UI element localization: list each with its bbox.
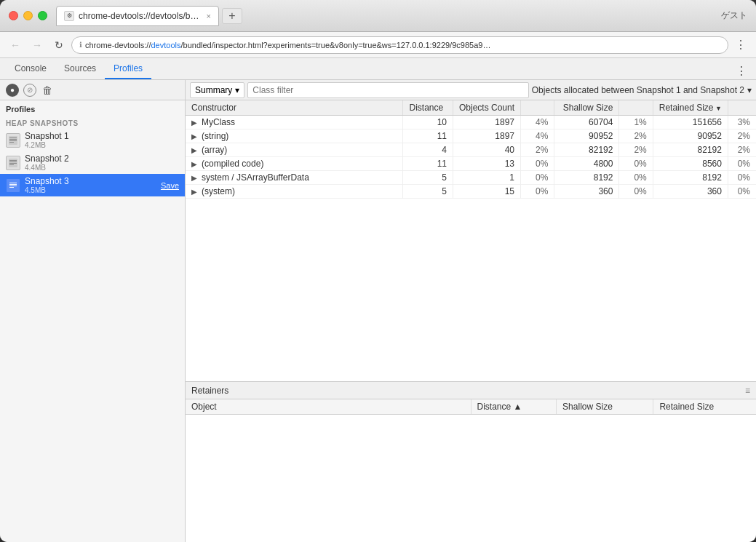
expand-arrow-icon[interactable]: ▶ (191, 146, 199, 154)
retainers-menu-icon[interactable]: ≡ (745, 386, 750, 396)
forward-button[interactable]: → (28, 36, 47, 55)
cell-objects-pct: 0% (521, 185, 554, 199)
cell-objects-count: 1 (453, 171, 521, 185)
tab-more-button[interactable]: ⋮ (733, 62, 750, 79)
expand-arrow-icon[interactable]: ▶ (191, 160, 199, 168)
snapshot-size-3: 4.5MB (25, 186, 156, 194)
cell-constructor: ▶ (compiled code) (186, 157, 403, 171)
table-row[interactable]: ▶ (system) 5 15 0% 360 0% 360 0% (186, 185, 756, 199)
heap-table: Constructor Distance Objects Count Shall… (186, 100, 756, 199)
cell-distance: 10 (403, 116, 453, 129)
cell-objects-count: 1897 (453, 116, 521, 129)
browser-tab[interactable]: ⚙ chrome-devtools://devtools/b… × (56, 6, 219, 26)
tab-sources[interactable]: Sources (55, 59, 105, 79)
tab-profiles[interactable]: Profiles (105, 59, 151, 79)
table-row[interactable]: ▶ system / JSArrayBufferData 5 1 0% 8192… (186, 171, 756, 185)
devtools-body: ● ⊘ 🗑 Profiles HEAP SNAPSHOTS Sn (0, 80, 756, 542)
svg-rect-13 (9, 186, 17, 186)
maximize-button[interactable] (38, 11, 47, 20)
cell-shallow-size: 360 (554, 185, 619, 199)
snapshot-item-2[interactable]: Snapshot 2 4.4MB (0, 151, 185, 174)
retainers-header-row: Object Distance ▲ Shallow Size Retained … (186, 399, 756, 415)
cell-retained-pct: 0% (728, 157, 756, 171)
header-shallow-size[interactable]: Shallow Size (554, 100, 619, 116)
title-bar: ⚙ chrome-devtools://devtools/b… × + ゲスト (0, 0, 756, 32)
cell-objects-pct: 4% (521, 116, 554, 129)
cell-constructor: ▶ MyClass (186, 116, 403, 129)
header-objects-count[interactable]: Objects Count (453, 100, 521, 116)
back-button[interactable]: ← (6, 36, 25, 55)
cell-shallow-pct: 0% (619, 157, 653, 171)
svg-rect-6 (9, 160, 17, 161)
clear-button[interactable]: 🗑 (41, 84, 54, 97)
nav-menu-button[interactable]: ⋮ (731, 36, 750, 55)
guest-label: ゲスト (721, 9, 747, 22)
snapshot-name-2: Snapshot 2 (25, 154, 179, 164)
tab-close-icon[interactable]: × (206, 12, 210, 20)
snapshot-icon-3 (6, 178, 20, 193)
header-retained-size[interactable]: Retained Size (653, 100, 728, 116)
retainers-header: Retainers ≡ (186, 382, 756, 399)
cell-retained-size: 8192 (653, 171, 728, 185)
svg-rect-7 (9, 162, 17, 162)
svg-rect-2 (9, 139, 17, 140)
table-row[interactable]: ▶ MyClass 10 1897 4% 60704 1% 151656 3% (186, 116, 756, 129)
new-tab-button[interactable]: + (222, 8, 242, 24)
expand-arrow-icon[interactable]: ▶ (191, 188, 199, 196)
tab-title: chrome-devtools://devtools/b… (79, 11, 199, 21)
retainers-header-retained[interactable]: Retained Size (653, 399, 756, 415)
retainers-table-container: Object Distance ▲ Shallow Size Retained … (186, 399, 756, 542)
cell-objects-count: 40 (453, 143, 521, 157)
table-row[interactable]: ▶ (string) 11 1897 4% 90952 2% 90952 2% (186, 129, 756, 143)
close-button[interactable] (9, 11, 18, 20)
stop-button[interactable]: ⊘ (23, 84, 36, 97)
snapshot-info-3: Snapshot 3 4.5MB (25, 176, 156, 194)
snapshot-save-button[interactable]: Save (161, 181, 179, 190)
svg-rect-12 (9, 184, 17, 185)
cell-objects-pct: 4% (521, 129, 554, 143)
table-row[interactable]: ▶ (compiled code) 11 13 0% 4800 0% 8560 … (186, 157, 756, 171)
cell-shallow-pct: 0% (619, 185, 653, 199)
expand-arrow-icon[interactable]: ▶ (191, 174, 199, 182)
cell-shallow-pct: 2% (619, 143, 653, 157)
cell-constructor: ▶ (string) (186, 129, 403, 143)
refresh-button[interactable]: ↻ (49, 36, 68, 55)
summary-label: Summary (195, 85, 232, 95)
cell-objects-pct: 2% (521, 143, 554, 157)
cell-shallow-size: 60704 (554, 116, 619, 129)
cell-distance: 11 (403, 129, 453, 143)
record-button[interactable]: ● (6, 84, 19, 97)
cell-distance: 4 (403, 143, 453, 157)
cell-shallow-size: 4800 (554, 157, 619, 171)
cell-shallow-pct: 1% (619, 116, 653, 129)
expand-arrow-icon[interactable]: ▶ (191, 132, 199, 140)
cell-retained-pct: 3% (728, 116, 756, 129)
cell-constructor: ▶ (array) (186, 143, 403, 157)
header-retained-pct (728, 100, 756, 116)
retainers-title: Retainers (191, 386, 228, 396)
svg-rect-9 (9, 164, 14, 165)
header-constructor[interactable]: Constructor (186, 100, 403, 116)
svg-rect-8 (9, 163, 17, 164)
summary-dropdown[interactable]: Summary ▾ (190, 82, 244, 98)
address-bar[interactable]: ℹ chrome-devtools://devtools/bundled/ins… (71, 36, 728, 54)
tab-console[interactable]: Console (6, 59, 55, 79)
snapshot-item-3[interactable]: Snapshot 3 4.5MB Save (0, 174, 185, 196)
header-distance[interactable]: Distance (403, 100, 453, 116)
minimize-button[interactable] (23, 11, 33, 20)
profile-toolbar: Summary ▾ Objects allocated between Snap… (186, 80, 756, 100)
retainers-header-object[interactable]: Object (186, 399, 471, 415)
snapshot-item-1[interactable]: Snapshot 1 4.2MB (0, 129, 185, 151)
class-filter-input[interactable] (247, 82, 528, 98)
retainers-panel: Retainers ≡ Object Distance ▲ Shallow Si… (186, 382, 756, 542)
tab-favicon: ⚙ (64, 11, 74, 21)
snapshot-name-1: Snapshot 1 (25, 131, 179, 141)
cell-objects-pct: 0% (521, 171, 554, 185)
retainers-header-distance[interactable]: Distance ▲ (471, 399, 557, 415)
table-row[interactable]: ▶ (array) 4 40 2% 82192 2% 82192 2% (186, 143, 756, 157)
retainers-header-shallow[interactable]: Shallow Size (557, 399, 653, 415)
snapshot-name-3: Snapshot 3 (25, 176, 156, 186)
cell-distance: 11 (403, 157, 453, 171)
snapshot-size-1: 4.2MB (25, 141, 179, 149)
expand-arrow-icon[interactable]: ▶ (191, 119, 199, 127)
